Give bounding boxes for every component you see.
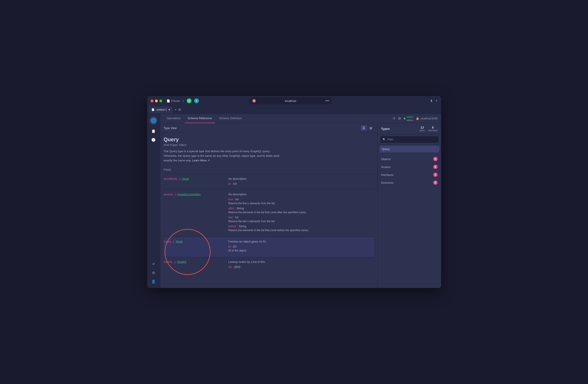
- field-row-nodes: nodes(...): [Node]! Lookup nodes by a li…: [164, 257, 374, 273]
- history-icon: 🕐: [151, 138, 156, 142]
- node-type-link[interactable]: Node: [176, 240, 183, 243]
- sidebar-item-user[interactable]: 👤: [149, 277, 157, 285]
- category-row-scalars[interactable]: Scalars 6: [378, 163, 441, 171]
- minimize-button[interactable]: [155, 100, 158, 102]
- sidebar-bottom: ↺ ⚙ 👤: [149, 260, 157, 285]
- types-count: 13 types: [420, 126, 425, 132]
- category-name-directives: Directives: [381, 181, 394, 184]
- category-badge-scalars: 6: [433, 165, 438, 169]
- traffic-lights: [151, 100, 162, 102]
- new-tab-icon[interactable]: +: [435, 99, 437, 103]
- types-header: Types 13 types 6 directives: [378, 123, 441, 134]
- clipboard-icon: 📋: [151, 129, 156, 133]
- field-detail-node: Fetches an object given its ID. id: ID! …: [229, 240, 374, 254]
- back-button[interactable]: ‹: [183, 99, 184, 103]
- category-badge-objects: 6: [433, 157, 438, 161]
- type-name: Query: [164, 136, 374, 143]
- types-title: Types: [381, 127, 390, 130]
- field-detail-assets: No description first: Int Returns the fi…: [229, 193, 374, 234]
- learn-more-link[interactable]: Learn More ↗: [192, 159, 210, 162]
- nodelist-type-link[interactable]: [Node]!: [177, 260, 187, 263]
- title-bar: 📄 Private ‹ ↺ ℹ 🍕 localhost ••• ⬆ +: [147, 96, 441, 106]
- split-pane: Type View ☰ ▦ Query Kind of type: Object: [160, 123, 441, 288]
- grid-view-button[interactable]: ⊞: [178, 108, 181, 112]
- status-text: online: [407, 116, 413, 118]
- new-tab-button[interactable]: +: [174, 108, 176, 112]
- field-name-assetbyid: assetById(...): Asset: [164, 177, 225, 186]
- app-logo[interactable]: 🌐: [149, 117, 157, 125]
- main-layout: 🌐 📋 🕐 ↺ ⚙ 👤: [147, 114, 441, 288]
- field-row-node: node(...): Node Fetches an object given …: [164, 237, 374, 257]
- tab-untitled1[interactable]: 📄 untitled 1: [149, 106, 173, 113]
- lock-icon: 🔒: [416, 117, 419, 120]
- type-content-container: Query Kind of type: Object The Query typ…: [160, 133, 378, 288]
- main-panel: Type View ☰ ▦ Query Kind of type: Object: [160, 123, 378, 288]
- private-button[interactable]: 📄 Private: [167, 99, 180, 103]
- url-text: localhost: [257, 99, 324, 103]
- query-selected-item[interactable]: Query: [379, 146, 439, 152]
- tab-modified-dot: [168, 109, 170, 110]
- status-label: status: [407, 119, 413, 121]
- tab-actions: + ⊞: [174, 108, 181, 112]
- title-bar-actions: ⬆ +: [430, 99, 437, 103]
- type-view-title: Type View: [164, 127, 177, 130]
- grid-view-toggle-button[interactable]: ▦: [368, 125, 374, 130]
- category-name-scalars: Scalars: [381, 165, 391, 169]
- status-indicator: online status: [404, 115, 413, 122]
- sidebar: 🌐 📋 🕐 ↺ ⚙ 👤: [147, 114, 160, 288]
- settings-icon[interactable]: ⚙: [398, 116, 401, 121]
- share-icon[interactable]: ⬆: [430, 99, 433, 103]
- server-address: localhost:5000: [420, 117, 437, 120]
- favicon: 🍕: [252, 99, 256, 103]
- sidebar-item-clipboard[interactable]: 📋: [149, 127, 157, 135]
- category-row-directives[interactable]: Directives 6: [378, 179, 441, 187]
- tab-bar: 📄 untitled 1 + ⊞: [147, 106, 441, 114]
- private-label: Private: [171, 99, 180, 103]
- category-badge-interfaces: 1: [433, 172, 438, 177]
- arg-id-int: id: Int!: [229, 182, 374, 185]
- tab-schema-reference[interactable]: Schema Reference: [185, 114, 215, 123]
- asset-type-link[interactable]: Asset: [182, 177, 189, 180]
- right-panel: Types 13 types 6 directives: [378, 123, 441, 288]
- field-row: assetById(...): Asset No description id:…: [164, 174, 374, 189]
- user-icon: 👤: [151, 279, 156, 284]
- gear-icon: ⚙: [152, 271, 155, 275]
- type-kind: Kind of type: Object: [164, 144, 374, 147]
- view-toggle: ☰ ▦: [361, 125, 374, 130]
- search-input[interactable]: [388, 138, 436, 141]
- field-name-assets: assets(...): AssetsConnection: [164, 193, 225, 234]
- sidebar-item-settings[interactable]: ⚙: [149, 269, 157, 277]
- search-input-wrap: 🔍: [380, 136, 439, 143]
- type-content: Query Kind of type: Object The Query typ…: [160, 133, 378, 288]
- tab-schema-definition[interactable]: Schema Definition: [216, 114, 245, 123]
- refresh-nav-icon[interactable]: ↺: [187, 98, 191, 103]
- field-detail-nodes: Lookup nodes by a list of IDs. ids: [ID!…: [229, 260, 374, 269]
- type-categories: Objects 6 Scalars 6 Interfaces 1 Direc: [378, 153, 441, 288]
- types-counts: 13 types 6 directives: [420, 126, 437, 132]
- directives-count: 6 directives: [428, 126, 437, 132]
- type-view-header: Type View ☰ ▦: [160, 123, 378, 133]
- field-name-node: node(...): Node: [164, 240, 225, 254]
- assetsconnection-type-link[interactable]: AssetsConnection: [177, 193, 200, 196]
- search-icon: 🔍: [382, 138, 386, 141]
- tab-operations[interactable]: Operations: [164, 114, 184, 123]
- nav-tab-actions: ↺ ⚙ online status 🔒 localhost:5000: [393, 115, 438, 122]
- field-row: assets(...): AssetsConnection No descrip…: [164, 189, 374, 237]
- tab-file-icon: 📄: [151, 108, 155, 111]
- type-description: The Query type is a special type that de…: [164, 149, 284, 163]
- category-badge-directives: 6: [433, 180, 438, 185]
- info-nav-icon[interactable]: ℹ: [194, 98, 199, 103]
- sidebar-item-history[interactable]: 🕐: [149, 136, 157, 144]
- sync-icon: ↺: [152, 262, 155, 266]
- maximize-button[interactable]: [159, 100, 162, 102]
- refresh-icon[interactable]: ↺: [393, 117, 396, 121]
- list-view-button[interactable]: ☰: [361, 125, 367, 130]
- page-icon: 📄: [167, 99, 170, 103]
- category-row-objects[interactable]: Objects 6: [378, 155, 441, 163]
- field-name-nodes: nodes(...): [Node]!: [164, 260, 225, 269]
- category-row-interfaces[interactable]: Interfaces 1: [378, 171, 441, 179]
- sidebar-item-sync[interactable]: ↺: [149, 260, 157, 268]
- nav-tabs: Operations Schema Reference Schema Defin…: [160, 114, 441, 123]
- address-bar[interactable]: 🍕 localhost •••: [249, 97, 332, 104]
- close-button[interactable]: [151, 100, 153, 102]
